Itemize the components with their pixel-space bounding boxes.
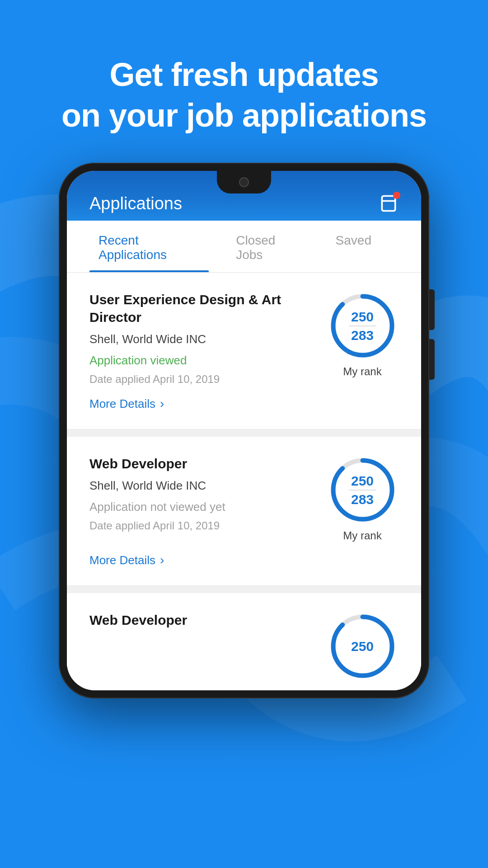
phone-screen: Applications Recent Applications Closed …: [67, 171, 421, 690]
app-header: Applications: [67, 171, 421, 221]
chevron-right-icon-1: ›: [160, 396, 164, 411]
company-name-2: Shell, World Wide INC: [89, 479, 313, 493]
rank-text-1: 250 283: [349, 308, 376, 343]
date-applied-2: Date applied April 10, 2019: [89, 519, 313, 532]
more-details-link-1[interactable]: More Details: [89, 397, 155, 411]
job-info-3: Web Developer: [89, 611, 313, 635]
rank-text-2: 250 283: [349, 472, 376, 507]
job-card-3: Web Developer 250: [67, 593, 421, 690]
hero-line1: Get fresh updates: [109, 57, 378, 93]
more-details-link-2[interactable]: More Details: [89, 553, 155, 567]
svg-rect-0: [382, 196, 395, 211]
tab-saved[interactable]: Saved: [327, 221, 380, 272]
rank-label-1: My rank: [343, 365, 381, 378]
application-status-1: Application viewed: [89, 354, 313, 368]
rank-circle-2: 250 283: [328, 455, 398, 525]
rank-container-1: 250 283 My rank: [326, 291, 399, 378]
phone-notch: [217, 171, 271, 193]
date-applied-1: Date applied April 10, 2019: [89, 373, 313, 386]
job-title-2: Web Developer: [89, 455, 313, 472]
job-title-3: Web Developer: [89, 611, 313, 629]
rank-circle-3: 250: [328, 611, 398, 681]
job-card-2: Web Developer Shell, World Wide INC Appl…: [67, 437, 421, 586]
camera: [239, 177, 249, 187]
chevron-right-icon-2: ›: [160, 553, 164, 567]
hero-section: Get fresh updates on your job applicatio…: [0, 0, 488, 163]
job-card-1: User Experience Design & Art Director Sh…: [67, 273, 421, 429]
tabs-container: Recent Applications Closed Jobs Saved: [67, 221, 421, 273]
company-name-1: Shell, World Wide INC: [89, 332, 313, 346]
job-info-1: User Experience Design & Art Director Sh…: [89, 291, 313, 386]
job-title-1: User Experience Design & Art Director: [89, 291, 313, 326]
job-info-2: Web Developer Shell, World Wide INC Appl…: [89, 455, 313, 532]
separator-1: [67, 429, 421, 437]
application-status-2: Application not viewed yet: [89, 500, 313, 514]
rank-container-2: 250 283 My rank: [326, 455, 399, 542]
rank-container-3: 250: [326, 611, 399, 681]
hero-line2: on your job applications: [61, 97, 427, 133]
tab-recent-applications[interactable]: Recent Applications: [89, 221, 209, 272]
more-details-row-2[interactable]: More Details ›: [89, 553, 399, 567]
phone-mockup: Applications Recent Applications Closed …: [0, 163, 488, 698]
rank-circle-1: 250 283: [328, 291, 398, 361]
content-area: User Experience Design & Art Director Sh…: [67, 273, 421, 690]
rank-divider: [349, 326, 376, 326]
more-details-row-1[interactable]: More Details ›: [89, 396, 399, 411]
notification-button[interactable]: [379, 193, 399, 213]
separator-2: [67, 586, 421, 593]
rank-divider-2: [349, 490, 376, 490]
notification-badge: [393, 192, 400, 199]
rank-label-2: My rank: [343, 529, 381, 542]
tab-closed-jobs[interactable]: Closed Jobs: [227, 221, 308, 272]
app-title: Applications: [89, 194, 379, 213]
rank-text-3: 250: [351, 638, 374, 655]
phone-body: Applications Recent Applications Closed …: [59, 163, 429, 698]
